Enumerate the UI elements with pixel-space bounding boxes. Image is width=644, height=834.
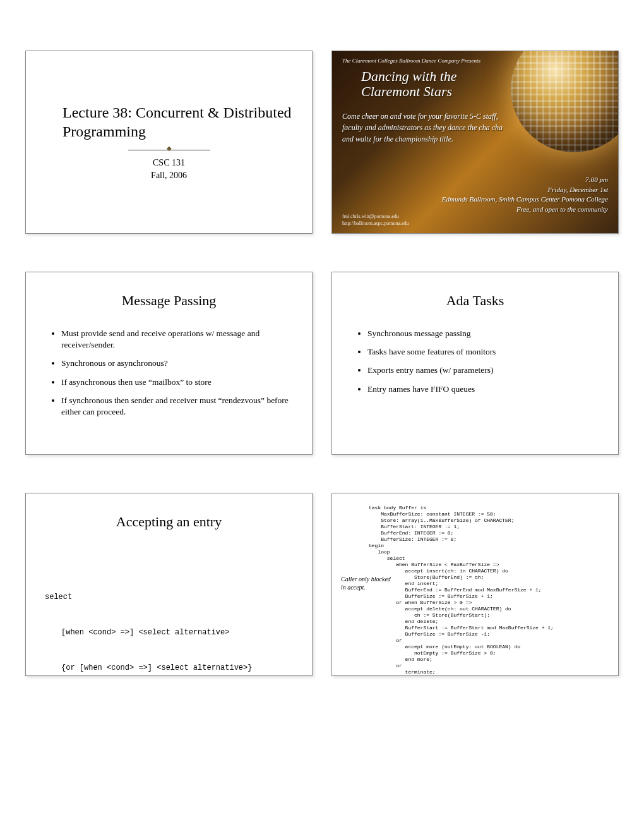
bullet: Synchronous or asynchronous? bbox=[61, 358, 293, 369]
flyer-contact: fmi chris.witt@pomona.edu http://ballroo… bbox=[342, 214, 409, 227]
bullet: Must provide send and receive operations… bbox=[61, 328, 293, 351]
bullet: If asynchronous then use “mailbox” to st… bbox=[61, 377, 293, 388]
bullet-list: Synchronous message passing Tasks have s… bbox=[351, 328, 599, 395]
flyer-details: 7:00 pm Friday, December 1st Edmunds Bal… bbox=[442, 175, 608, 214]
divider bbox=[128, 150, 210, 150]
bullet: If synchronous then sender and receiver … bbox=[61, 395, 293, 418]
slide-accepting-entry: Accepting an entry select [when <cond> =… bbox=[25, 493, 313, 676]
flyer-title: Dancing with the Claremont Stars bbox=[361, 69, 608, 99]
code-line: {or [when <cond> =>] <select alternative… bbox=[45, 662, 293, 674]
slide-ada-tasks: Ada Tasks Synchronous message passing Ta… bbox=[331, 272, 619, 455]
flyer-content: The Claremont Colleges Ballroom Dance Co… bbox=[342, 57, 608, 227]
bullet: Tasks have some features of monitors bbox=[367, 346, 599, 358]
bullet: Synchronous message passing bbox=[367, 328, 599, 339]
flyer-free: Free, and open to the community bbox=[442, 205, 608, 214]
flyer-body: Come cheer on and vote for your favorite… bbox=[342, 111, 506, 145]
flyer-venue: Edmunds Ballroom, Smith Campus Center Po… bbox=[442, 195, 608, 204]
code-line: [when <cond> =>] <select alternative> bbox=[45, 627, 293, 639]
slide-heading: Ada Tasks bbox=[351, 293, 599, 309]
slide-message-passing: Message Passing Must provide send and re… bbox=[25, 272, 313, 455]
flyer-title-line2: Claremont Stars bbox=[361, 83, 452, 99]
flyer-time: 7:00 pm bbox=[442, 175, 608, 184]
flyer-date: Friday, December 1st bbox=[442, 185, 608, 195]
flyer-url: http://ballroom.aspc.pomona.edu bbox=[342, 221, 409, 227]
slide-title: Lecture 38: Concurrent & Distributed Pro… bbox=[25, 51, 313, 234]
callout-note: Caller only blocked in accept. bbox=[341, 576, 391, 591]
bullet-list: Must provide send and receive operations… bbox=[45, 328, 293, 418]
term: Fall, 2006 bbox=[151, 169, 187, 182]
bullet: Entry names have FIFO queues bbox=[367, 384, 599, 395]
lecture-title: Lecture 38: Concurrent & Distributed Pro… bbox=[45, 103, 293, 141]
code-line: select bbox=[45, 591, 293, 603]
code-block: select [when <cond> =>] <select alternat… bbox=[45, 568, 293, 676]
slide-buffer-code: Caller only blocked in accept. task body… bbox=[331, 493, 619, 676]
flyer-title-line1: Dancing with the bbox=[361, 68, 457, 84]
course-code: CSC 131 bbox=[153, 157, 185, 169]
slide-heading: Message Passing bbox=[45, 293, 293, 309]
slide-heading: Accepting an entry bbox=[45, 514, 293, 530]
flyer-email: fmi chris.witt@pomona.edu bbox=[342, 214, 409, 220]
slide-flyer: The Claremont Colleges Ballroom Dance Co… bbox=[331, 51, 619, 234]
slide-handout: Lecture 38: Concurrent & Distributed Pro… bbox=[0, 13, 644, 714]
flyer-org: The Claremont Colleges Ballroom Dance Co… bbox=[342, 57, 608, 64]
bullet: Exports entry names (w/ parameters) bbox=[367, 365, 599, 376]
